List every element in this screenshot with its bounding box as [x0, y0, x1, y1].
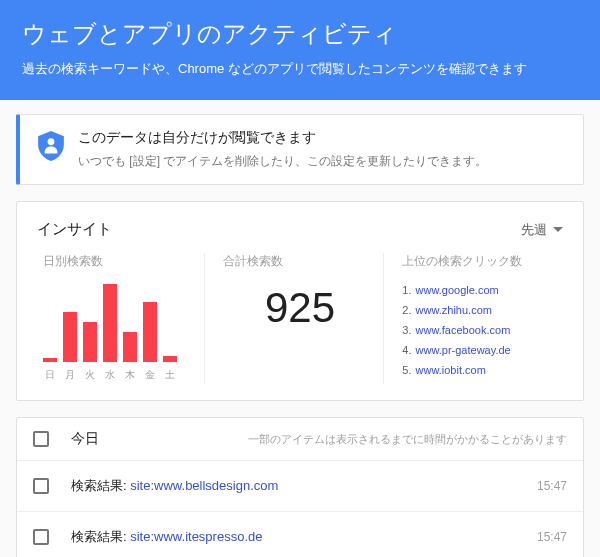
chevron-down-icon: [553, 227, 563, 233]
query-link[interactable]: site:www.bellsdesign.com: [130, 478, 278, 493]
total-panel: 合計検索数 925: [204, 253, 384, 384]
insights-card: インサイト 先週 日別検索数 日月火水木金土 合計検索数 925 上位の検索クリ…: [16, 201, 584, 401]
day-label: 木: [123, 368, 137, 382]
delay-note: 一部のアイテムは表示されるまでに時間がかかることがあります: [248, 432, 567, 447]
top-site-item[interactable]: 1.www.google.com: [402, 284, 557, 296]
activity-row[interactable]: 検索結果: site:www.bellsdesign.com15:47: [17, 461, 583, 512]
top-panel: 上位の検索クリック数 1.www.google.com2.www.zhihu.c…: [383, 253, 563, 384]
day-label: 水: [103, 368, 117, 382]
top-site-item[interactable]: 2.www.zhihu.com: [402, 304, 557, 316]
result-prefix: 検索結果:: [71, 478, 130, 493]
section-label: 今日: [71, 430, 99, 448]
row-time: 15:47: [537, 479, 567, 493]
select-all-checkbox[interactable]: [33, 431, 49, 447]
chart-bar: [123, 332, 137, 362]
activity-list: 今日 一部のアイテムは表示されるまでに時間がかかることがあります 検索結果: s…: [16, 417, 584, 557]
chart-bar: [103, 284, 117, 362]
daily-panel: 日別検索数 日月火水木金土: [37, 253, 204, 384]
chart-bar: [143, 302, 157, 362]
rank-number: 2.: [402, 304, 411, 316]
shield-icon: [38, 131, 64, 161]
row-checkbox[interactable]: [33, 478, 49, 494]
page-header: ウェブとアプリのアクティビティ 過去の検索キーワードや、Chrome などのアプ…: [0, 0, 600, 100]
day-label: 火: [83, 368, 97, 382]
row-text: 検索結果: site:www.bellsdesign.com: [71, 477, 278, 495]
site-link: www.facebook.com: [416, 324, 511, 336]
total-label: 合計検索数: [223, 253, 378, 270]
privacy-title: このデータは自分だけが閲覧できます: [78, 129, 487, 147]
site-link: www.iobit.com: [416, 364, 486, 376]
daily-bar-chart: [43, 284, 198, 362]
day-label: 土: [163, 368, 177, 382]
day-axis-labels: 日月火水木金土: [43, 368, 198, 382]
site-link: www.zhihu.com: [416, 304, 492, 316]
top-label: 上位の検索クリック数: [402, 253, 557, 270]
page-subtitle: 過去の検索キーワードや、Chrome などのアプリで閲覧したコンテンツを確認でき…: [22, 60, 578, 78]
chart-bar: [163, 356, 177, 362]
daily-label: 日別検索数: [43, 253, 198, 270]
top-site-item[interactable]: 4.www.pr-gateway.de: [402, 344, 557, 356]
total-value: 925: [223, 284, 378, 332]
privacy-subtitle: いつでも [設定] でアイテムを削除したり、この設定を更新したりできます。: [78, 153, 487, 170]
day-label: 月: [63, 368, 77, 382]
chart-bar: [63, 312, 77, 362]
row-time: 15:47: [537, 530, 567, 544]
site-link: www.google.com: [416, 284, 499, 296]
query-link[interactable]: site:www.itespresso.de: [130, 529, 262, 544]
day-label: 金: [143, 368, 157, 382]
svg-point-0: [48, 138, 55, 145]
site-link: www.pr-gateway.de: [416, 344, 511, 356]
rank-number: 5.: [402, 364, 411, 376]
period-label: 先週: [521, 221, 547, 239]
day-label: 日: [43, 368, 57, 382]
chart-bar: [43, 358, 57, 362]
rank-number: 3.: [402, 324, 411, 336]
insights-title: インサイト: [37, 220, 112, 239]
chart-bar: [83, 322, 97, 362]
result-prefix: 検索結果:: [71, 529, 130, 544]
page-title: ウェブとアプリのアクティビティ: [22, 18, 578, 50]
list-header: 今日 一部のアイテムは表示されるまでに時間がかかることがあります: [17, 418, 583, 461]
rank-number: 4.: [402, 344, 411, 356]
activity-row[interactable]: 検索結果: site:www.itespresso.de15:47: [17, 512, 583, 557]
rank-number: 1.: [402, 284, 411, 296]
row-checkbox[interactable]: [33, 529, 49, 545]
row-text: 検索結果: site:www.itespresso.de: [71, 528, 262, 546]
top-sites-list: 1.www.google.com2.www.zhihu.com3.www.fac…: [402, 284, 557, 376]
top-site-item[interactable]: 3.www.facebook.com: [402, 324, 557, 336]
top-site-item[interactable]: 5.www.iobit.com: [402, 364, 557, 376]
privacy-notice: このデータは自分だけが閲覧できます いつでも [設定] でアイテムを削除したり、…: [16, 114, 584, 185]
period-dropdown[interactable]: 先週: [521, 221, 563, 239]
